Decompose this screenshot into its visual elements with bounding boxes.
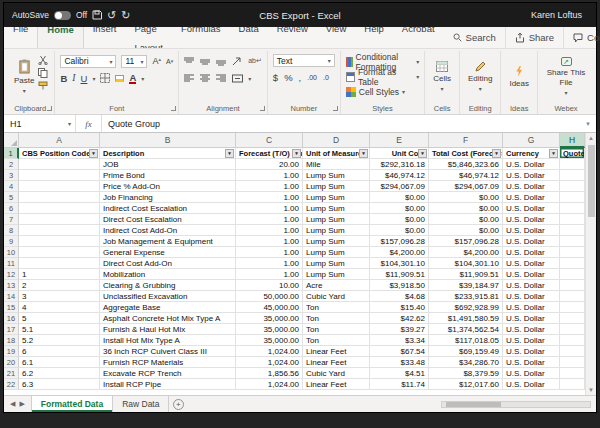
cell[interactable]: $157,096.28 bbox=[370, 236, 429, 247]
row-number-14[interactable]: 14 bbox=[4, 291, 19, 302]
cell[interactable] bbox=[19, 170, 100, 181]
cell[interactable] bbox=[19, 214, 100, 225]
cell[interactable]: 5.2 bbox=[19, 335, 100, 346]
cell[interactable]: 35,000.00 bbox=[236, 313, 303, 324]
cell[interactable] bbox=[19, 236, 100, 247]
cell[interactable]: Job Management & Equipment bbox=[100, 236, 236, 247]
copy-icon[interactable] bbox=[38, 68, 48, 78]
sheet-tab-formatted-data[interactable]: Formatted Data bbox=[31, 396, 113, 412]
underline-button[interactable]: U bbox=[81, 73, 88, 84]
cell[interactable]: $294,067.09 bbox=[370, 181, 429, 192]
cell[interactable]: Unit of Measure▾ bbox=[303, 148, 370, 159]
cell-styles-button[interactable]: Cell Styles ▾ bbox=[346, 84, 419, 99]
vertical-scroll-thumb[interactable] bbox=[588, 145, 595, 217]
formula-bar-expand-icon[interactable]: ▾ bbox=[580, 115, 596, 132]
filter-dropdown-button[interactable]: ▾ bbox=[359, 149, 368, 158]
cell[interactable]: Forecast (T/O) Quantity▾ bbox=[236, 148, 303, 159]
cell[interactable] bbox=[560, 181, 585, 192]
name-box[interactable]: H1 ▾ bbox=[4, 115, 76, 132]
cell[interactable] bbox=[19, 159, 100, 170]
cell[interactable]: 45,000.00 bbox=[236, 302, 303, 313]
cell[interactable]: U.S. Dollar bbox=[503, 247, 560, 258]
currency-format-icon[interactable]: $ bbox=[273, 72, 278, 83]
format-as-table-button[interactable]: Format as Table ▾ bbox=[346, 69, 419, 84]
comments-button[interactable]: Comments bbox=[563, 27, 600, 48]
cell[interactable]: U.S. Dollar bbox=[503, 225, 560, 236]
cell[interactable]: $39.27 bbox=[370, 324, 429, 335]
clipboard-dialog-launcher[interactable] bbox=[47, 106, 52, 111]
cell[interactable]: U.S. Dollar bbox=[503, 236, 560, 247]
cell[interactable]: 1 bbox=[19, 269, 100, 280]
cell[interactable]: $46,974.12 bbox=[370, 170, 429, 181]
orientation-icon[interactable] bbox=[232, 57, 243, 66]
cell[interactable] bbox=[19, 247, 100, 258]
cell[interactable]: General Expense bbox=[100, 247, 236, 258]
filter-dropdown-button[interactable]: ▾ bbox=[492, 149, 501, 158]
cell[interactable]: 6.2 bbox=[19, 368, 100, 379]
sheet-nav-right-icon[interactable]: ▶ bbox=[19, 400, 24, 408]
cell[interactable] bbox=[560, 214, 585, 225]
cell[interactable]: $3.34 bbox=[370, 335, 429, 346]
cell[interactable]: Ton bbox=[303, 324, 370, 335]
cell[interactable]: $46,974.12 bbox=[429, 170, 503, 181]
row-number-3[interactable]: 3 bbox=[4, 170, 19, 181]
cell[interactable]: $104,301.10 bbox=[429, 258, 503, 269]
cell[interactable] bbox=[560, 302, 585, 313]
cell[interactable]: U.S. Dollar bbox=[503, 335, 560, 346]
increase-font-icon[interactable]: A▴ bbox=[152, 56, 161, 66]
cell[interactable]: 1.00 bbox=[236, 269, 303, 280]
cell[interactable]: Linear Feet bbox=[303, 346, 370, 357]
cell[interactable]: CBS Position Code▾ bbox=[19, 148, 100, 159]
font-color-icon[interactable]: A bbox=[129, 73, 136, 84]
column-header-C[interactable]: C bbox=[236, 133, 303, 148]
row-number-8[interactable]: 8 bbox=[4, 225, 19, 236]
fill-color-icon[interactable] bbox=[115, 75, 124, 82]
cell[interactable]: Price % Add-On bbox=[100, 181, 236, 192]
cut-icon[interactable] bbox=[38, 55, 48, 65]
cell[interactable]: $12,017.60 bbox=[429, 379, 503, 390]
cell[interactable]: Mobilization bbox=[100, 269, 236, 280]
filter-dropdown-button[interactable]: ▾ bbox=[225, 149, 234, 158]
row-number-2[interactable]: 2 bbox=[4, 159, 19, 170]
cell[interactable]: Furnish RCP Materials bbox=[100, 357, 236, 368]
cell[interactable] bbox=[19, 258, 100, 269]
cell[interactable]: 5.1 bbox=[19, 324, 100, 335]
row-number-17[interactable]: 17 bbox=[4, 324, 19, 335]
cell[interactable]: U.S. Dollar bbox=[503, 379, 560, 390]
new-sheet-button[interactable]: + bbox=[169, 396, 187, 412]
row-number-10[interactable]: 10 bbox=[4, 247, 19, 258]
cell[interactable]: 1.00 bbox=[236, 203, 303, 214]
cell[interactable]: Cubic Yard bbox=[303, 368, 370, 379]
cell[interactable]: Furnish & Haul Hot Mix bbox=[100, 324, 236, 335]
cells-button[interactable]: Cells ▾ bbox=[430, 52, 454, 101]
cell[interactable]: Lump Sum bbox=[303, 236, 370, 247]
cell[interactable] bbox=[19, 181, 100, 192]
cell[interactable]: 1.00 bbox=[236, 170, 303, 181]
cell[interactable]: $11,909.51 bbox=[370, 269, 429, 280]
cell[interactable]: Total Cost (Forecast)▾ bbox=[429, 148, 503, 159]
row-number-19[interactable]: 19 bbox=[4, 346, 19, 357]
cell[interactable]: Cubic Yard bbox=[303, 291, 370, 302]
share-button[interactable]: Share bbox=[505, 27, 563, 48]
cell[interactable] bbox=[560, 368, 585, 379]
cell[interactable]: 10.00 bbox=[236, 280, 303, 291]
cell[interactable]: $1,374,562.54 bbox=[429, 324, 503, 335]
cell[interactable]: $292,316.18 bbox=[370, 159, 429, 170]
editing-button[interactable]: Editing ▾ bbox=[465, 52, 495, 101]
cell[interactable]: $4,200.00 bbox=[370, 247, 429, 258]
column-header-A[interactable]: A bbox=[19, 133, 100, 148]
cell[interactable]: Direct Cost Escalation bbox=[100, 214, 236, 225]
cell[interactable]: 50,000.00 bbox=[236, 291, 303, 302]
row-number-6[interactable]: 6 bbox=[4, 203, 19, 214]
align-bottom-icon[interactable] bbox=[216, 57, 227, 66]
cell[interactable]: U.S. Dollar bbox=[503, 313, 560, 324]
filter-dropdown-button[interactable]: ▾ bbox=[292, 149, 301, 158]
cell[interactable]: $0.00 bbox=[429, 214, 503, 225]
cell[interactable]: $15.40 bbox=[370, 302, 429, 313]
paste-button[interactable]: Paste ▾ bbox=[11, 52, 37, 101]
ideas-button[interactable]: Ideas bbox=[506, 52, 532, 101]
cell[interactable]: 1.00 bbox=[236, 181, 303, 192]
font-name-select[interactable]: Calibri ▾ bbox=[60, 55, 116, 68]
cell[interactable]: $117,018.05 bbox=[429, 335, 503, 346]
cell[interactable] bbox=[19, 225, 100, 236]
